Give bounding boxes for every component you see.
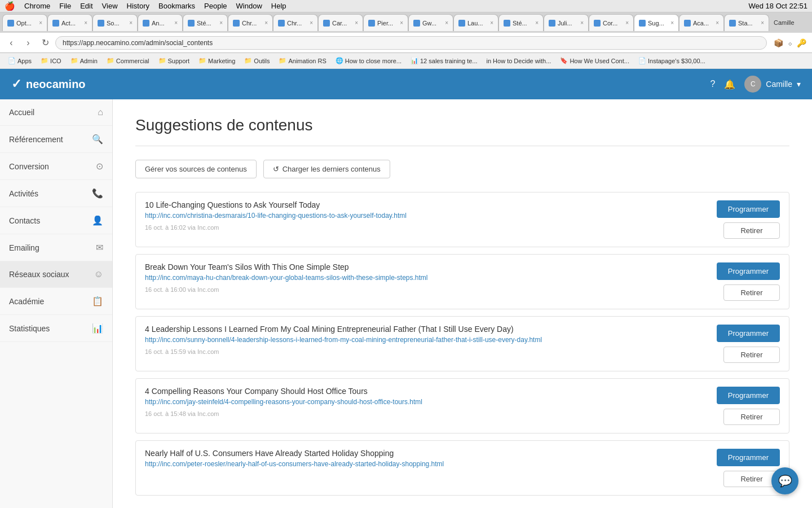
reload-button[interactable]: ↻ (38, 36, 52, 50)
view-menu[interactable]: View (102, 2, 118, 10)
sidebar-item-activites[interactable]: Activités 📞 (0, 180, 112, 207)
tab-close-2[interactable]: × (129, 20, 133, 26)
tab-11[interactable]: Sté... × (498, 14, 544, 31)
tab-close-9[interactable]: × (445, 20, 448, 26)
username: Camille (766, 80, 792, 89)
sidebar-item-statistiques[interactable]: Statistiques 📊 (0, 315, 112, 342)
tab-4[interactable]: Sté... × (183, 14, 228, 31)
bookmark-animation[interactable]: 📁 Animation RS (275, 56, 329, 65)
people-menu[interactable]: People (204, 2, 227, 10)
schedule-button-3[interactable]: Programmer (717, 387, 780, 404)
content-card-body-3: 4 Compelling Reasons Your Company Should… (136, 379, 708, 425)
tab-8[interactable]: Pier... × (363, 14, 408, 31)
back-button[interactable]: ‹ (5, 36, 18, 50)
sidebar-item-referencement[interactable]: Référencement 🔍 (0, 126, 112, 153)
tab-label-7: Car... (332, 20, 347, 27)
notifications-button[interactable]: 🔔 (724, 79, 735, 90)
sidebar-item-accueil[interactable]: Accueil ⌂ (0, 99, 112, 126)
bookmark-howwe[interactable]: 🔖 How We Used Cont... (557, 56, 633, 65)
tab-close-7[interactable]: × (355, 20, 358, 26)
tab-favicon-1 (52, 20, 59, 27)
url-input[interactable] (55, 36, 767, 50)
tab-close-12[interactable]: × (580, 20, 584, 26)
sidebar-item-academie[interactable]: Académie 📋 (0, 288, 112, 315)
manage-sources-button[interactable]: Gérer vos sources de contenus (135, 160, 257, 178)
refresh-button[interactable]: ↺ Charger les derniers contenus (263, 160, 390, 178)
tab-close-5[interactable]: × (264, 20, 268, 26)
schedule-button-4[interactable]: Programmer (717, 449, 780, 466)
chat-widget[interactable]: 💬 (771, 467, 798, 494)
sidebar-item-emailing[interactable]: Emailing ✉ (0, 234, 112, 261)
sidebar-item-conversion[interactable]: Conversion ⊙ (0, 153, 112, 180)
bookmark-admin[interactable]: 📁 Admin (67, 56, 101, 65)
app-logo[interactable]: ✓ neocamino (11, 77, 86, 91)
bookmark-linkedin[interactable]: in How to Decide with... (483, 56, 555, 65)
bookmark-commercial[interactable]: 📁 Commercial (103, 56, 153, 65)
help-menu[interactable]: Help (271, 2, 286, 10)
bookmark-sales[interactable]: 📊 12 sales training te... (407, 56, 481, 65)
tab-close-10[interactable]: × (490, 20, 493, 26)
sidebar-item-reseaux[interactable]: Réseaux sociaux ☺ (0, 261, 112, 288)
forward-button[interactable]: › (21, 36, 35, 50)
apple-menu[interactable]: 🍎 (5, 1, 15, 11)
remove-button-2[interactable]: Retirer (723, 347, 780, 363)
tab-12[interactable]: Juli... × (544, 14, 589, 31)
bookmark-support[interactable]: 📁 Support (155, 56, 193, 65)
bookmark-apps[interactable]: 📄 Apps (5, 56, 35, 65)
bookmark-instapage[interactable]: 📄 Instapage's $30,00... (635, 56, 709, 65)
content-url-1[interactable]: http://inc.com/maya-hu-chan/break-down-y… (145, 274, 699, 282)
content-url-0[interactable]: http://inc.com/christina-desmarais/10-li… (145, 212, 699, 220)
remove-button-0[interactable]: Retirer (723, 222, 780, 239)
tab-close-0[interactable]: × (39, 20, 42, 26)
tab-0[interactable]: Opt... × (2, 14, 47, 31)
tab-13[interactable]: Cor... × (589, 14, 634, 31)
sidebar-item-contacts[interactable]: Contacts 👤 (0, 207, 112, 234)
history-menu[interactable]: History (127, 2, 149, 10)
tab-2[interactable]: So... × (92, 14, 138, 31)
file-menu[interactable]: File (59, 2, 71, 10)
bookmark-ico[interactable]: 📁 ICO (37, 56, 65, 65)
tab-close-13[interactable]: × (625, 20, 629, 26)
bookmark-outils[interactable]: 📁 Outils (241, 56, 273, 65)
tab-1[interactable]: Act... × (47, 14, 92, 31)
remove-button-3[interactable]: Retirer (723, 409, 780, 425)
tab-close-3[interactable]: × (174, 20, 178, 26)
tab-close-14[interactable]: × (670, 20, 674, 26)
tab-close-15[interactable]: × (716, 20, 719, 26)
window-menu[interactable]: Window (236, 2, 262, 10)
tab-10[interactable]: Lau... × (453, 14, 498, 31)
extension-pocket[interactable]: ⬦ (787, 37, 793, 49)
tab-close-1[interactable]: × (84, 20, 87, 26)
tab-close-4[interactable]: × (219, 20, 223, 26)
tab-3[interactable]: An... × (138, 14, 183, 31)
tab-15[interactable]: Aca... × (679, 14, 724, 31)
tab-5[interactable]: Chr... × (228, 14, 273, 31)
bookmark-close[interactable]: 🌐 How to close more... (332, 56, 405, 65)
bookmark-label-commercial: Commercial (116, 58, 149, 64)
content-url-3[interactable]: http://inc.com/jay-steinfeld/4-compellin… (145, 398, 699, 406)
chrome-menu[interactable]: Chrome (24, 2, 50, 10)
schedule-button-1[interactable]: Programmer (717, 262, 780, 280)
tab-16[interactable]: Sta... × (724, 14, 769, 31)
extension-dropbox[interactable]: 📦 (773, 37, 784, 49)
extension-1password[interactable]: 🔑 (796, 37, 807, 49)
bookmarks-menu[interactable]: Bookmarks (158, 2, 195, 10)
content-url-4[interactable]: http://inc.com/peter-roesler/nearly-half… (145, 460, 699, 468)
tab-7[interactable]: Car... × (318, 14, 363, 31)
schedule-button-0[interactable]: Programmer (717, 200, 780, 218)
help-button[interactable]: ? (710, 79, 715, 89)
schedule-button-2[interactable]: Programmer (717, 325, 780, 342)
tab-close-8[interactable]: × (400, 20, 403, 26)
content-url-2[interactable]: http://inc.com/sunny-bonnell/4-leadershi… (145, 336, 699, 344)
tab-14[interactable]: Sug... × (634, 14, 679, 31)
edit-menu[interactable]: Edit (80, 2, 92, 10)
content-title-0: 10 Life-Changing Questions to Ask Yourse… (145, 200, 699, 209)
tab-6[interactable]: Chr... × (273, 14, 318, 31)
bookmark-marketing[interactable]: 📁 Marketing (195, 56, 239, 65)
tab-close-6[interactable]: × (310, 20, 313, 26)
user-menu[interactable]: C Camille ▾ (744, 76, 801, 93)
remove-button-1[interactable]: Retirer (723, 284, 780, 301)
tab-close-16[interactable]: × (761, 20, 764, 26)
tab-close-11[interactable]: × (535, 20, 539, 26)
tab-9[interactable]: Gw... × (408, 14, 453, 31)
